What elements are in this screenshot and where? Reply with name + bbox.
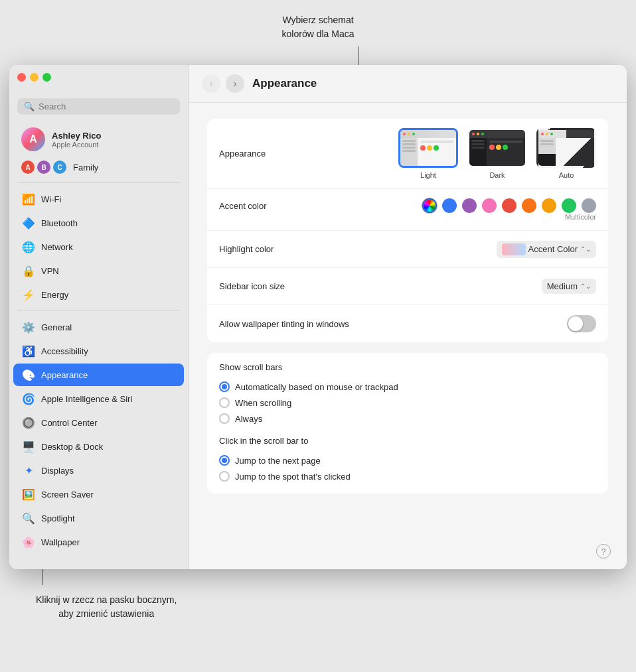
accent-graphite[interactable] xyxy=(582,198,596,213)
click-spot-label: Jump to the spot that's clicked xyxy=(235,472,351,482)
scroll-when-scrolling-label: When scrolling xyxy=(235,398,291,408)
scroll-auto-label: Automatically based on mouse or trackpad xyxy=(235,382,398,392)
sidebar-item-wallpaper[interactable]: 🌸 Wallpaper xyxy=(13,531,184,553)
sidebar-label-appearance: Appearance xyxy=(41,370,88,380)
sidebar-icon-size-row: Sidebar icon size Medium ⌃⌄ xyxy=(207,268,608,305)
wallpaper-tinting-label: Allow wallpaper tinting in windows xyxy=(219,319,349,329)
traffic-lights xyxy=(17,73,51,82)
click-next-page-option[interactable]: Jump to the next page xyxy=(219,452,596,468)
forward-button[interactable]: › xyxy=(226,74,244,93)
click-next-page-radio[interactable] xyxy=(219,455,230,466)
appearance-row: Appearance xyxy=(207,119,608,189)
sidebar-item-spotlight[interactable]: 🔍 Spotlight xyxy=(13,507,184,529)
search-icon: 🔍 xyxy=(24,101,35,111)
sidebar-label-desktop-dock: Desktop & Dock xyxy=(41,442,103,452)
accent-red[interactable] xyxy=(502,198,517,213)
accent-green[interactable] xyxy=(562,198,576,213)
main-footer: ? xyxy=(189,539,627,569)
accent-yellow[interactable] xyxy=(542,198,556,213)
click-spot-radio[interactable] xyxy=(219,471,230,482)
wallpaper-tinting-row: Allow wallpaper tinting in windows xyxy=(207,305,608,342)
appearance-option-auto[interactable]: Auto xyxy=(536,128,596,179)
sidebar-label-control-center: Control Center xyxy=(41,418,98,428)
sidebar-item-desktop-dock[interactable]: 🖥️ Desktop & Dock xyxy=(13,435,184,458)
wifi-icon: 📶 xyxy=(21,192,36,206)
highlight-color-select[interactable]: Accent Color ⌃⌄ xyxy=(497,241,596,258)
auto-label: Auto xyxy=(559,171,574,179)
sidebar-item-vpn[interactable]: 🔒 VPN xyxy=(13,259,184,282)
scroll-when-scrolling-option[interactable]: When scrolling xyxy=(219,395,596,411)
maximize-button[interactable] xyxy=(42,73,51,82)
sidebar-icon-size-select[interactable]: Medium ⌃⌄ xyxy=(542,279,596,294)
scroll-when-scrolling-radio[interactable] xyxy=(219,397,230,408)
sidebar-item-bluetooth[interactable]: 🔷 Bluetooth xyxy=(13,212,184,234)
sidebar-label-general: General xyxy=(41,322,72,332)
accessibility-icon: ♿ xyxy=(21,344,36,358)
wallpaper-tinting-toggle[interactable] xyxy=(567,315,596,332)
callout-top: Wybierz schemat kolorów dla Maca xyxy=(282,13,355,41)
family-avatar-3: C xyxy=(53,161,66,174)
scroll-auto-option[interactable]: Automatically based on mouse or trackpad xyxy=(219,379,596,395)
page-title: Appearance xyxy=(252,77,317,90)
sidebar-label-wallpaper: Wallpaper xyxy=(41,537,80,547)
sidebar: 🔍 A Ashley Rico Apple Account A B C Fami… xyxy=(9,65,189,569)
dark-thumb xyxy=(467,128,527,168)
scroll-always-option[interactable]: Always xyxy=(219,411,596,427)
family-label: Family xyxy=(73,163,98,172)
sidebar-item-apple-intelligence[interactable]: 🌀 Apple Intelligence & Siri xyxy=(13,387,184,410)
sidebar-label-accessibility: Accessibility xyxy=(41,346,88,356)
search-input[interactable] xyxy=(39,101,173,111)
sidebar-item-accessibility[interactable]: ♿ Accessibility xyxy=(13,340,184,362)
avatar: A xyxy=(21,127,45,151)
sidebar-item-family[interactable]: A B C Family xyxy=(13,157,184,178)
accent-orange[interactable] xyxy=(522,198,536,213)
main-content: Appearance xyxy=(189,103,627,539)
sidebar-item-screen-saver[interactable]: 🖼️ Screen Saver xyxy=(13,483,184,505)
minimize-button[interactable] xyxy=(30,73,39,82)
sidebar-label-screen-saver: Screen Saver xyxy=(41,490,94,500)
sidebar-label-spotlight: Spotlight xyxy=(41,513,75,523)
appearance-control: Light xyxy=(339,128,596,179)
sidebar-divider-1 xyxy=(17,182,180,183)
accent-color-control xyxy=(339,198,596,213)
scroll-always-radio[interactable] xyxy=(219,413,230,424)
sidebar-item-control-center[interactable]: 🔘 Control Center xyxy=(13,411,184,434)
sidebar-item-appearance[interactable]: 🎨 Appearance xyxy=(13,364,184,386)
appearance-options: Light xyxy=(398,128,596,179)
auto-thumb xyxy=(536,128,596,168)
accent-sublabel: Multicolor xyxy=(565,213,596,221)
accent-purple[interactable] xyxy=(462,198,477,213)
main-panel: ‹ › Appearance Appearance xyxy=(189,65,627,569)
appearance-label: Appearance xyxy=(219,149,339,159)
highlight-swatch xyxy=(502,243,526,255)
sidebar-item-energy[interactable]: ⚡ Energy xyxy=(13,283,184,306)
accent-blue[interactable] xyxy=(442,198,457,213)
accent-pink[interactable] xyxy=(482,198,497,213)
appearance-option-dark[interactable]: Dark xyxy=(467,128,527,179)
sidebar-icon-size-control: Medium ⌃⌄ xyxy=(339,279,596,294)
accent-multicolor[interactable] xyxy=(422,198,437,213)
main-window: 🔍 A Ashley Rico Apple Account A B C Fami… xyxy=(9,65,627,569)
wallpaper-icon: 🌸 xyxy=(21,535,36,549)
sidebar-item-network[interactable]: 🌐 Network xyxy=(13,235,184,258)
user-section[interactable]: A Ashley Rico Apple Account xyxy=(13,123,184,155)
scroll-always-label: Always xyxy=(235,414,262,424)
scroll-bars-group: Show scroll bars Automatically based on … xyxy=(207,353,608,494)
appearance-icon: 🎨 xyxy=(21,368,36,382)
scroll-auto-radio[interactable] xyxy=(219,381,230,392)
highlight-color-control: Accent Color ⌃⌄ xyxy=(339,241,596,258)
appearance-option-light[interactable]: Light xyxy=(398,128,458,179)
back-button[interactable]: ‹ xyxy=(202,74,220,93)
close-button[interactable] xyxy=(17,73,26,82)
search-bar[interactable]: 🔍 xyxy=(17,98,180,115)
sidebar-item-wifi[interactable]: 📶 Wi-Fi xyxy=(13,188,184,210)
sidebar-item-general[interactable]: ⚙️ General xyxy=(13,316,184,338)
click-spot-option[interactable]: Jump to the spot that's clicked xyxy=(219,468,596,484)
sidebar-label-energy: Energy xyxy=(41,290,68,300)
help-button[interactable]: ? xyxy=(596,544,611,559)
main-header: ‹ › Appearance xyxy=(189,65,627,103)
sidebar-item-displays[interactable]: ✦ Displays xyxy=(13,459,184,482)
accent-color-options xyxy=(422,198,596,213)
sidebar-icon-size-label: Sidebar icon size xyxy=(219,281,339,291)
family-avatar-1: A xyxy=(21,161,35,174)
